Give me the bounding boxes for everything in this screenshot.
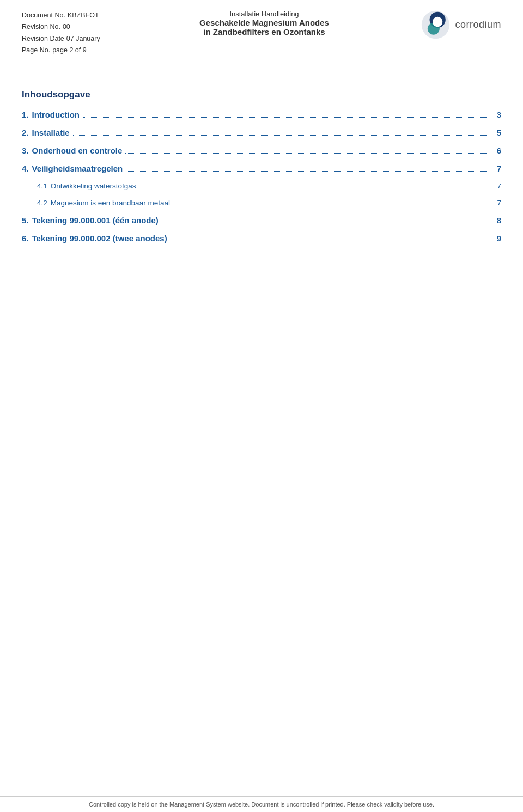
toc-heading: Inhoudsopgave [22,89,501,100]
rev-no-value: 00 [63,21,70,33]
toc-item-title-6: Tekening 99.000.002 (twee anodes) [32,234,167,243]
toc-row-5: 5. Tekening 99.000.001 (één anode) 8 [22,216,501,225]
toc-item-number-6: 6. [22,234,29,243]
toc-dots-4-2 [173,205,488,205]
toc-dots-2 [73,135,488,136]
toc-item-title-5: Tekening 99.000.001 (één anode) [32,216,159,225]
toc-item-title-4-1: Ontwikkeling waterstofgas [51,182,136,190]
doc-title-line2: in Zandbedfilters en Ozontanks [203,27,325,36]
list-item: 1. Introduction 3 [22,110,501,124]
doc-title-line1: Geschakelde Magnesium Anodes [199,18,329,27]
svg-point-3 [433,17,442,27]
rev-date-row: Revision Date 07 January [22,33,114,45]
main-content: Inhoudsopgave 1. Introduction 3 2. Insta… [0,62,523,812]
toc-dots-3 [125,153,488,154]
rev-date-label: Revision Date [22,33,64,45]
toc-item-title-4-2: Magnesium is een brandbaar metaal [51,199,170,207]
header-center: Installatie Handleiding Geschakelde Magn… [114,10,414,36]
toc-page-4-2: 7 [491,199,501,207]
toc-item-number-1: 1. [22,110,29,119]
toc-dots-6 [171,241,488,241]
toc-dots-5 [162,223,488,223]
toc-row-1: 1. Introduction 3 [22,110,501,119]
list-item: 2. Installatie 5 [22,128,501,142]
header-right: corrodium [414,10,501,40]
header: Document No. KBZBFOT Revision No. 00 Rev… [0,0,523,62]
toc-page-5: 8 [491,216,501,225]
page-no-row: Page No. page 2 of 9 [22,45,114,56]
corrodium-logo-text: corrodium [455,19,501,30]
toc-page-6: 9 [491,234,501,243]
header-left: Document No. KBZBFOT Revision No. 00 Rev… [22,10,114,56]
toc-page-2: 5 [491,128,501,137]
rev-date-value: 07 January [66,33,100,45]
page-wrapper: Document No. KBZBFOT Revision No. 00 Rev… [0,0,523,812]
page-no-label: Page No. [22,45,50,56]
toc-item-number-5: 5. [22,216,29,225]
logo-container: corrodium [421,10,501,40]
toc-item-title-4: Veiligheidsmaatregelen [32,164,123,173]
toc-page-1: 3 [491,110,501,119]
doc-label: Document No. [22,10,65,21]
toc-item-title-3: Onderhoud en controle [32,146,123,155]
toc-page-4-1: 7 [491,182,501,190]
list-item: 4. Veiligheidsmaatregelen 7 [22,164,501,178]
doc-value: KBZBFOT [68,10,99,21]
doc-subtitle: Installatie Handleiding [229,10,299,18]
list-item: 4.1 Ontwikkeling waterstofgas 7 [22,182,501,194]
toc-row-4-1: 4.1 Ontwikkeling waterstofgas 7 [22,182,501,190]
toc-item-number-4-1: 4.1 [37,182,47,190]
toc-dots-4 [126,171,488,172]
toc-row-3: 3. Onderhoud en controle 6 [22,146,501,155]
toc-row-4-2: 4.2 Magnesium is een brandbaar metaal 7 [22,199,501,207]
corrodium-logo-icon [421,10,451,40]
toc-page-3: 6 [491,146,501,155]
toc-item-title-2: Installatie [32,128,70,137]
toc-item-number-3: 3. [22,146,29,155]
doc-number-row: Document No. KBZBFOT [22,10,114,21]
list-item: 3. Onderhoud en controle 6 [22,146,501,160]
toc-row-2: 2. Installatie 5 [22,128,501,137]
rev-no-label: Revision No. [22,21,60,33]
rev-no-row: Revision No. 00 [22,21,114,33]
list-item: 6. Tekening 99.000.002 (twee anodes) 9 [22,234,501,247]
toc-page-4: 7 [491,164,501,173]
footer-text: Controlled copy is held on the Managemen… [89,801,434,808]
list-item: 4.2 Magnesium is een brandbaar metaal 7 [22,199,501,211]
footer: Controlled copy is held on the Managemen… [0,796,523,812]
toc-list: 1. Introduction 3 2. Installatie 5 [22,110,501,247]
page-no-value: page 2 of 9 [52,45,87,56]
toc-item-number-4: 4. [22,164,29,173]
toc-item-title-1: Introduction [32,110,80,119]
toc-item-number-4-2: 4.2 [37,199,47,207]
toc-dots-4-1 [139,188,488,188]
toc-row-4: 4. Veiligheidsmaatregelen 7 [22,164,501,173]
toc-item-number-2: 2. [22,128,29,137]
toc-dots-1 [83,117,488,118]
list-item: 5. Tekening 99.000.001 (één anode) 8 [22,216,501,229]
toc-row-6: 6. Tekening 99.000.002 (twee anodes) 9 [22,234,501,243]
